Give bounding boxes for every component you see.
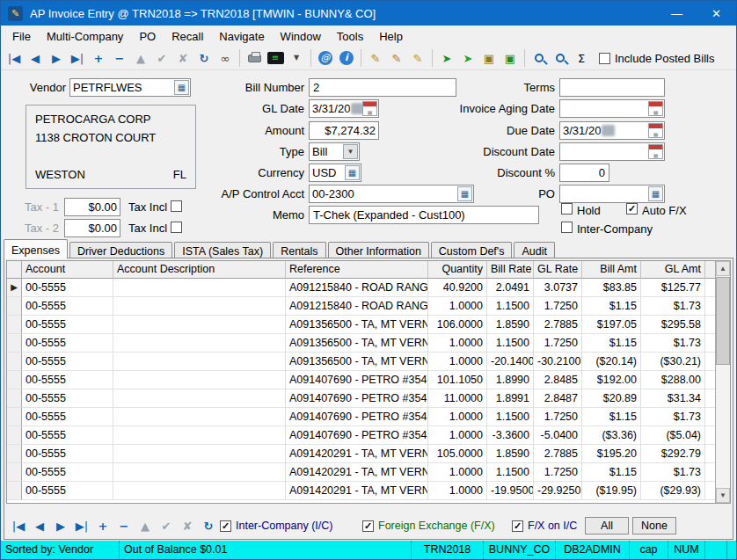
vertical-scrollbar[interactable]: ▲ ▼ <box>715 261 730 503</box>
all-button[interactable]: All <box>585 517 629 535</box>
nav-last-button[interactable]: ▶| <box>67 48 88 69</box>
po-lookup-icon[interactable]: ▦ <box>648 186 663 201</box>
table-row[interactable]: ▶00-5555A091215840 - ROAD RANGER40.92002… <box>7 279 721 297</box>
post-add-button[interactable]: ➤ <box>457 48 478 69</box>
due-date-calendar-icon[interactable]: ▦ <box>648 123 663 138</box>
note-flag-button[interactable]: ✎ <box>407 48 428 69</box>
menu-item-window[interactable]: Window <box>273 27 329 46</box>
table-row[interactable]: 00-5555A091407690 - PETRO #354, J11.0000… <box>7 389 721 408</box>
table-row[interactable]: 00-5555A091407690 - PETRO #354, J1.0000-… <box>7 426 721 445</box>
footer-check-inter-company-i-c[interactable]: ✓Inter-Company (I/C) <box>220 520 332 532</box>
vendor-field[interactable]: PETRFLWES ▦ <box>69 78 191 97</box>
vendor-lookup-icon[interactable]: ▦ <box>174 80 189 95</box>
type-select[interactable]: Bill ▼ <box>309 142 360 161</box>
menu-item-navigate[interactable]: Navigate <box>211 27 272 46</box>
close-button[interactable]: ✕ <box>697 1 736 25</box>
tax2-field[interactable]: $0.00 <box>64 219 120 237</box>
menu-item-file[interactable]: File <box>4 27 39 46</box>
grid-delete-row-button[interactable]: − <box>113 516 135 536</box>
web-button[interactable]: @ <box>315 48 336 69</box>
table-row[interactable]: 00-5555A091420291 - TA, MT VERNON105.000… <box>7 445 721 463</box>
batch-button[interactable]: ▣ <box>500 48 521 69</box>
gl-date-calendar-icon[interactable]: ▦ <box>362 101 377 116</box>
currency-field[interactable]: USD ▦ <box>309 164 361 182</box>
grid-nav-next-button[interactable]: ▶ <box>50 516 71 536</box>
grid-add-row-button[interactable]: + <box>92 516 113 536</box>
grid-nav-prev-button[interactable]: ◀ <box>29 516 50 536</box>
nav-prev-button[interactable]: ◀ <box>25 48 46 69</box>
menu-item-recall[interactable]: Recall <box>164 27 211 46</box>
menu-item-multi-company[interactable]: Multi-Company <box>39 27 131 46</box>
tab-driver-deductions[interactable]: Driver Deductions <box>69 242 172 258</box>
post-button[interactable]: ➤ <box>436 48 457 69</box>
tab-expenses[interactable]: Expenses <box>4 239 68 258</box>
grid-accept-button[interactable]: ✔ <box>156 516 177 536</box>
print-button[interactable] <box>244 48 265 69</box>
bill-number-input[interactable] <box>309 78 456 97</box>
invoice-aging-date-field[interactable]: ▦ <box>559 99 665 118</box>
include-posted-bills-checkbox[interactable]: Include Posted Bills <box>599 52 714 65</box>
grid-refresh-button[interactable]: ↻ <box>198 516 219 536</box>
tab-other-information[interactable]: Other Information <box>328 242 429 258</box>
accept-changes-button[interactable]: ✔ <box>151 48 172 69</box>
tab-audit[interactable]: Audit <box>514 242 555 258</box>
find-button[interactable] <box>550 48 571 69</box>
memo-input[interactable] <box>309 206 539 224</box>
tax2-incl-checkbox[interactable] <box>171 222 182 233</box>
hold-checkbox[interactable] <box>561 203 573 215</box>
cancel-changes-button[interactable]: ✘ <box>172 48 193 69</box>
tab-rentals[interactable]: Rentals <box>273 242 325 258</box>
package-button[interactable]: ▣ <box>478 48 500 69</box>
menu-item-tools[interactable]: Tools <box>329 27 371 46</box>
inter-company-checkbox[interactable] <box>561 222 573 233</box>
grid-move-up-button[interactable]: ▲ <box>135 516 156 536</box>
minimize-button[interactable]: — <box>657 1 697 25</box>
discount-date-field[interactable]: ▦ <box>559 142 665 161</box>
table-row[interactable]: 00-5555A091420291 - TA, MT VERNON1.00001… <box>7 463 721 482</box>
note-stamp-button[interactable]: ✎ <box>386 48 407 69</box>
grid-nav-last-button[interactable]: ▶| <box>71 516 92 536</box>
scroll-thumb[interactable] <box>716 277 730 365</box>
nav-first-button[interactable]: |◀ <box>4 48 25 69</box>
invoice-aging-calendar-icon[interactable]: ▦ <box>648 101 663 116</box>
table-row[interactable]: 00-5555A091356500 - TA, MT VERNON106.000… <box>7 316 721 334</box>
scroll-down-icon[interactable]: ▼ <box>716 488 730 503</box>
note-edit-button[interactable]: ✎ <box>365 48 386 69</box>
gl-date-field[interactable]: 3/31/20 ▦ <box>309 99 379 118</box>
sum-button[interactable]: Σ <box>571 48 592 69</box>
type-dropdown-icon[interactable]: ▼ <box>343 144 358 159</box>
amount-field[interactable]: $7,274.32 <box>309 121 379 140</box>
table-row[interactable]: 00-5555A091407690 - PETRO #354, J1.00001… <box>7 408 721 426</box>
due-date-field[interactable]: 3/31/20 ▦ <box>559 121 665 140</box>
find-document-button[interactable] <box>529 48 550 69</box>
info-button[interactable]: i <box>336 48 357 69</box>
grid-nav-first-button[interactable]: |◀ <box>8 516 29 536</box>
footer-check-f-x-on-i-c[interactable]: ✓F/X on I/C <box>512 520 577 532</box>
menu-item-help[interactable]: Help <box>371 27 411 46</box>
po-field[interactable]: ▦ <box>559 185 665 203</box>
move-up-button[interactable]: ▲ <box>130 48 151 69</box>
grid-cancel-button[interactable]: ✘ <box>177 516 198 536</box>
add-record-button[interactable]: + <box>88 48 109 69</box>
table-row[interactable]: 00-5555A091356500 - TA, MT VERNON1.0000-… <box>7 353 721 371</box>
nav-next-button[interactable]: ▶ <box>46 48 67 69</box>
currency-lookup-icon[interactable]: ▦ <box>345 165 360 180</box>
table-row[interactable]: 00-5555A091420291 - TA, MT VERNON1.0000-… <box>7 482 721 500</box>
tax1-incl-checkbox[interactable] <box>171 200 182 212</box>
tab-ista-sales-tax[interactable]: ISTA (Sales Tax) <box>174 242 271 258</box>
table-row[interactable]: 00-5555A091356500 - TA, MT VERNON1.00001… <box>7 334 721 353</box>
view-glasses-button[interactable]: ∞ <box>215 48 236 69</box>
footer-check-foreign-exchange-f-x[interactable]: ✓Foreign Exchange (F/X) <box>362 520 495 532</box>
terminal-button[interactable]: ≡ <box>265 48 286 69</box>
terminal-dropdown-button[interactable]: ▼ <box>286 48 307 69</box>
tax1-field[interactable]: $0.00 <box>64 198 120 216</box>
table-row[interactable]: 00-5555A091215840 - ROAD RANGER1.00001.1… <box>7 297 721 316</box>
scroll-up-icon[interactable]: ▲ <box>716 261 730 276</box>
table-row[interactable]: 00-5555A091407690 - PETRO #354, J101.105… <box>7 371 721 389</box>
tab-custom-def-s[interactable]: Custom Def's <box>431 242 513 258</box>
refresh-button[interactable]: ↻ <box>193 48 215 69</box>
menu-item-po[interactable]: PO <box>131 27 164 46</box>
auto-fx-checkbox[interactable]: ✓ <box>626 203 638 215</box>
none-button[interactable]: None <box>632 517 676 535</box>
discount-pct-input[interactable] <box>559 164 609 182</box>
